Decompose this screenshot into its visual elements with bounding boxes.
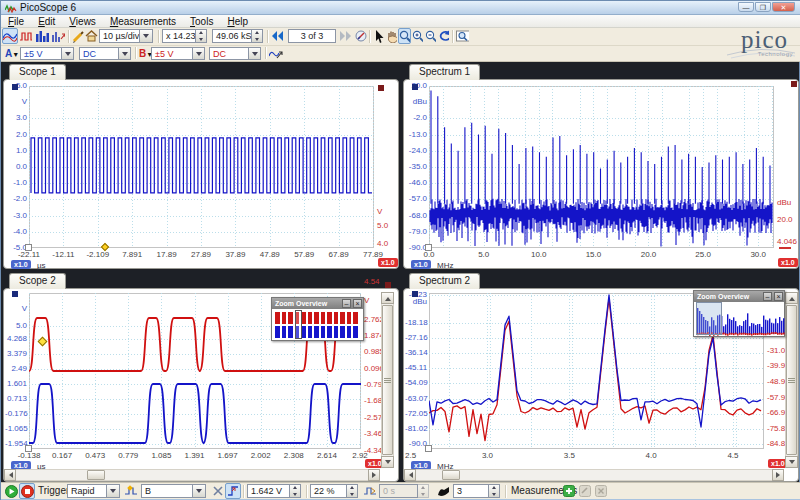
zoom-badge-left[interactable]: x1.0 [411,260,431,269]
edit-measurement-button[interactable] [577,483,593,499]
sample-count-spinner[interactable] [252,29,263,43]
vertical-scrollbar-thumb[interactable] [382,305,393,455]
channel-b-axis-indicator[interactable] [412,84,418,90]
scroll-up-button[interactable] [785,292,798,304]
menu-tools[interactable]: Tools [183,15,220,28]
zoom-scale-spinner[interactable] [196,29,207,43]
zoom-overview-viewport[interactable] [696,302,722,335]
trigger-marker-button[interactable] [123,483,139,499]
buffer-navigator-button[interactable] [353,28,369,44]
sample-count-field[interactable]: 49.06 kS [212,29,252,43]
zoom-overview-viewport[interactable] [295,310,302,339]
scroll-right-button[interactable] [368,469,380,481]
channel-a-axis-indicator[interactable] [791,81,797,87]
pan-tool-button[interactable] [385,28,398,44]
horizontal-scrollbar[interactable] [4,469,380,481]
zoom-full-button[interactable] [455,28,470,44]
pre-trigger-field[interactable]: 22 % [310,484,347,498]
zoom-overview-close[interactable]: × [774,292,783,301]
prev-buffer-button[interactable] [270,28,286,44]
rapid-captures-field[interactable]: 3 [453,484,489,498]
axis-drag-handle[interactable] [425,445,432,452]
scroll-up-button[interactable] [381,292,394,304]
zoom-tool-button[interactable] [398,28,411,44]
trigger-mode-dropdown-button[interactable] [107,484,120,498]
cursor-tool-button[interactable] [372,28,385,44]
trigger-level-field[interactable]: 1.642 V [247,484,290,498]
axis-drag-handle[interactable] [25,445,32,452]
add-measurement-button[interactable] [561,483,577,499]
horizontal-scrollbar[interactable] [404,469,784,481]
zoom-overview-body[interactable] [273,309,362,339]
tab-spectrum1[interactable]: Spectrum 1 [409,64,480,80]
falling-edge-button[interactable] [210,483,226,499]
channel-a-axis-indicator[interactable] [385,282,391,288]
zoom-undo-button[interactable] [437,28,450,44]
alarms-mode-button[interactable] [50,28,66,44]
axis-drag-handle[interactable] [425,244,432,251]
menu-views[interactable]: Views [62,15,103,28]
channel-a-coupling-select[interactable]: DC [79,47,119,60]
trigger-source-select[interactable]: B [141,484,193,498]
rapid-captures-spinner[interactable] [489,484,500,498]
channel-b-range-select[interactable]: ±5 V [151,47,193,60]
delete-measurement-button[interactable] [593,483,609,499]
menu-edit[interactable]: Edit [31,15,62,28]
scroll-down-button[interactable] [785,456,798,468]
trigger-source-dropdown-button[interactable] [193,484,206,498]
tab-scope2[interactable]: Scope 2 [9,273,66,289]
spectrum-mode-button[interactable] [34,28,50,44]
tab-scope1[interactable]: Scope 1 [9,64,66,80]
channel-b-coupling-select-dropdown-button[interactable] [249,47,261,60]
pre-trigger-spinner[interactable] [347,484,358,498]
rising-edge-button[interactable] [225,483,241,499]
holdoff-icon-button[interactable] [362,483,378,499]
trigger-mode-select[interactable]: Rapid [67,484,107,498]
zoom-overview-minimize[interactable]: – [342,299,351,308]
axis-drag-handle[interactable] [25,244,32,251]
minimize-button[interactable]: — [738,2,754,12]
horizontal-scrollbar-thumb[interactable] [87,470,105,480]
channel-b-axis-indicator[interactable] [12,84,18,90]
zoom-overview-body[interactable] [695,302,783,335]
home-button[interactable] [83,28,99,44]
channel-a-coupling-select-dropdown-button[interactable] [119,47,131,60]
channel-a-axis-indicator[interactable] [378,85,384,91]
scope-mode-button[interactable] [2,28,18,44]
channel-b-coupling-select[interactable]: DC [209,47,249,60]
menu-help[interactable]: Help [220,15,255,28]
channel-b-axis-indicator[interactable] [412,291,418,297]
buffer-position-field[interactable]: 3 of 3 [288,29,336,43]
channel-a-range-select-dropdown-button[interactable] [62,47,74,60]
trigger-level-spinner[interactable] [290,484,301,498]
zoom-in-tool-button[interactable] [411,28,424,44]
channel-a-range-select[interactable]: ±5 V [20,47,62,60]
menu-file[interactable]: File [1,15,31,28]
scroll-left-button[interactable] [404,469,416,481]
zoom-overview-window[interactable]: Zoom Overview–× [693,290,785,337]
next-buffer-button[interactable] [338,28,354,44]
quick-measure-button[interactable] [435,483,451,499]
zoom-out-tool-button[interactable] [424,28,437,44]
holdoff-spinner[interactable] [418,484,429,498]
persistence-mode-button[interactable] [18,28,34,44]
start-capture-button[interactable] [3,483,19,499]
vertical-scrollbar-thumb[interactable] [786,305,797,455]
channel-b-axis-indicator[interactable] [12,291,18,297]
tab-spectrum2[interactable]: Spectrum 2 [409,273,480,289]
maximize-button[interactable]: ❐ [755,2,771,12]
zoom-badge-right[interactable]: x1.0 [778,258,798,267]
scroll-left-button[interactable] [4,469,16,481]
signal-generator-icon[interactable] [268,46,284,62]
channel-b-range-select-dropdown-button[interactable] [193,47,205,60]
close-button[interactable]: ✕ [772,2,795,12]
zoom-badge-left[interactable]: x1.0 [11,260,31,269]
channel-a-label[interactable]: A▼ [5,47,19,62]
zoom-overview-window[interactable]: Zoom Overview–× [271,297,364,341]
horizontal-scrollbar-thumb[interactable] [442,470,460,480]
zoom-overview-close[interactable]: × [353,299,362,308]
zoom-scale-field[interactable]: x 14.23 [162,29,196,43]
scroll-right-button[interactable] [772,469,784,481]
zoom-badge-right[interactable]: x1.0 [378,258,398,267]
timebase-dropdown-button[interactable] [140,29,153,43]
